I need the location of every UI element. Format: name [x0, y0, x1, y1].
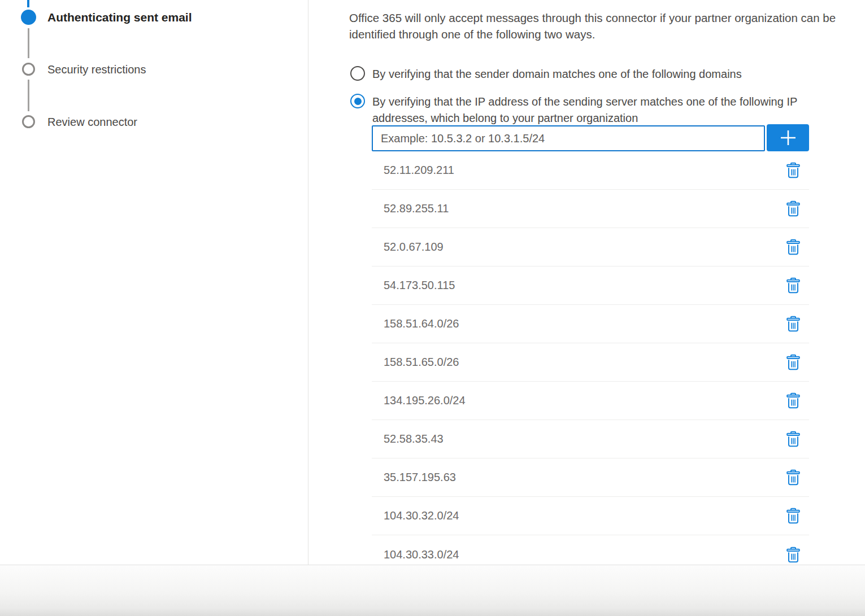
- ip-address-input[interactable]: [372, 125, 765, 151]
- step-indicator-upcoming-icon: [22, 115, 35, 128]
- step-indicator-upcoming-icon: [22, 63, 35, 76]
- delete-ip-button[interactable]: [785, 353, 801, 372]
- trash-icon: [786, 431, 800, 447]
- trash-icon: [786, 316, 800, 332]
- stepper-connector-top: [27, 0, 29, 7]
- ip-value: 104.30.32.0/24: [384, 509, 785, 522]
- stepper-connector: [28, 80, 29, 111]
- stepper-step-authenticating-sent-email: Authenticating sent email: [47, 11, 192, 24]
- delete-ip-button[interactable]: [785, 276, 801, 295]
- stepper-step-review-connector: Review connector: [47, 116, 137, 129]
- stepper-step-security-restrictions: Security restrictions: [47, 63, 146, 76]
- ip-value: 52.11.209.211: [384, 164, 785, 177]
- ip-list-item: 158.51.65.0/26: [372, 343, 809, 382]
- stepper-connector: [28, 28, 29, 58]
- radio-selected-icon[interactable]: [350, 94, 365, 108]
- ip-list-item: 104.30.32.0/24: [372, 497, 809, 535]
- ip-value: 52.89.255.11: [384, 202, 785, 215]
- option-sender-domain[interactable]: By verifying that the sender domain matc…: [350, 66, 742, 81]
- ip-value: 54.173.50.115: [384, 279, 785, 292]
- ip-value: 104.30.33.0/24: [384, 548, 785, 561]
- option-ip-address-label[interactable]: By verifying that the IP address of the …: [372, 94, 833, 126]
- delete-ip-button[interactable]: [785, 161, 801, 180]
- ip-value: 52.0.67.109: [384, 241, 785, 254]
- ip-list-item: 158.51.64.0/26: [372, 305, 809, 343]
- ip-value: 158.51.64.0/26: [384, 317, 785, 330]
- add-ip-button[interactable]: [767, 124, 809, 151]
- trash-icon: [786, 547, 800, 563]
- ip-value: 52.58.35.43: [384, 432, 785, 445]
- option-ip-address[interactable]: By verifying that the IP address of the …: [350, 94, 833, 126]
- delete-ip-button[interactable]: [785, 314, 801, 333]
- ip-value: 158.51.65.0/26: [384, 356, 785, 369]
- ip-list-item: 52.0.67.109: [372, 228, 809, 267]
- wizard-footer: Back Next: [0, 565, 865, 616]
- delete-ip-button[interactable]: [785, 199, 801, 218]
- ip-value: 35.157.195.63: [384, 471, 785, 484]
- plus-icon: [778, 128, 798, 148]
- trash-icon: [786, 162, 800, 178]
- ip-list-item: 52.11.209.211: [372, 151, 809, 190]
- delete-ip-button[interactable]: [785, 468, 801, 487]
- page-description: Office 365 will only accept messages thr…: [349, 10, 862, 42]
- step-indicator-active-icon: [21, 10, 36, 25]
- trash-icon: [786, 200, 800, 217]
- delete-ip-button[interactable]: [785, 545, 801, 564]
- trash-icon: [786, 508, 800, 524]
- trash-icon: [786, 239, 800, 255]
- option-sender-domain-label[interactable]: By verifying that the sender domain matc…: [372, 67, 742, 81]
- delete-ip-button[interactable]: [785, 391, 801, 410]
- ip-list-item: 52.89.255.11: [372, 190, 809, 228]
- wizard-stepper-sidebar: Authenticating sent email Security restr…: [0, 0, 308, 565]
- ip-address-list: 52.11.209.211 52.89.255.11 52.0.67.109 5…: [372, 151, 809, 574]
- ip-list-item: 54.173.50.115: [372, 267, 809, 305]
- delete-ip-button[interactable]: [785, 506, 801, 525]
- delete-ip-button[interactable]: [785, 430, 801, 448]
- ip-value: 134.195.26.0/24: [384, 394, 785, 407]
- trash-icon: [786, 469, 800, 486]
- trash-icon: [786, 277, 800, 294]
- ip-list-item: 35.157.195.63: [372, 458, 809, 497]
- ip-list-item: 52.58.35.43: [372, 420, 809, 458]
- trash-icon: [786, 354, 800, 370]
- ip-list-item: 134.195.26.0/24: [372, 382, 809, 420]
- trash-icon: [786, 392, 800, 409]
- delete-ip-button[interactable]: [785, 238, 801, 256]
- radio-unselected-icon[interactable]: [350, 66, 365, 81]
